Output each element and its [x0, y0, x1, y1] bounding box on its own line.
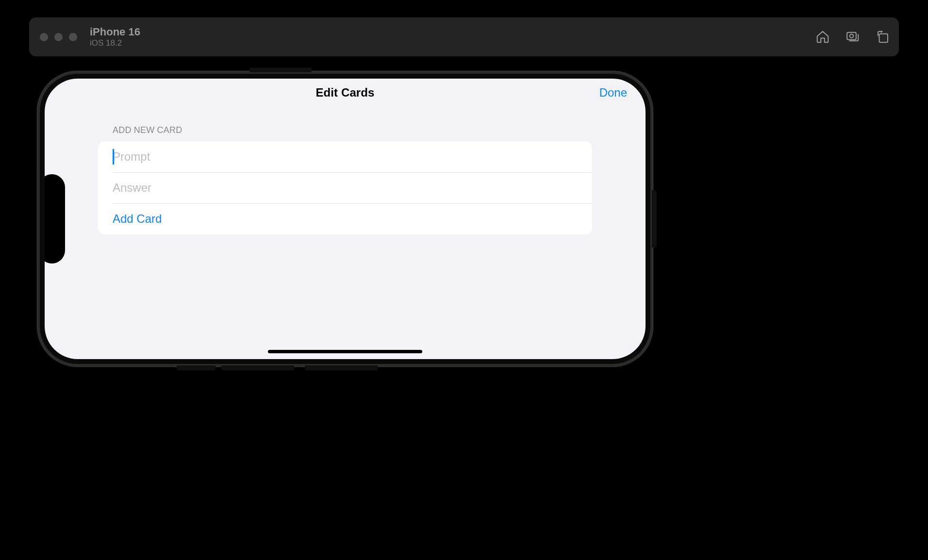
page-title: Edit Cards — [315, 86, 374, 99]
minimize-window-dot[interactable] — [54, 33, 63, 41]
device-bottom-button-2 — [221, 365, 294, 370]
form-content: ADD NEW CARD Add Card — [45, 125, 646, 234]
simulator-title-block: iPhone 16 iOS 18.2 — [90, 26, 140, 48]
device-inner-bezel: Edit Cards Done ADD NEW CARD Add Card — [40, 74, 650, 364]
zoom-window-dot[interactable] — [69, 33, 77, 41]
add-card-form-group: Add Card — [98, 141, 592, 234]
navigation-bar: Edit Cards Done — [45, 79, 646, 107]
add-card-button[interactable]: Add Card — [98, 203, 592, 234]
simulator-toolbar: iPhone 16 iOS 18.2 — [29, 17, 899, 56]
simulator-device-name: iPhone 16 — [90, 26, 140, 38]
answer-row[interactable] — [98, 172, 592, 203]
add-card-button-label: Add Card — [113, 212, 162, 226]
home-icon[interactable] — [815, 30, 830, 44]
rotate-icon[interactable] — [876, 30, 890, 44]
prompt-row[interactable] — [98, 141, 592, 172]
dynamic-island — [45, 174, 65, 264]
device-bottom-button-3 — [305, 365, 378, 370]
screenshot-icon[interactable] — [845, 30, 860, 44]
window-controls — [40, 33, 77, 41]
device-screen: Edit Cards Done ADD NEW CARD Add Card — [45, 79, 646, 359]
close-window-dot[interactable] — [40, 33, 48, 41]
simulator-os-version: iOS 18.2 — [90, 38, 140, 48]
text-cursor — [113, 149, 114, 165]
svg-rect-2 — [879, 34, 888, 43]
home-indicator[interactable] — [268, 350, 422, 353]
iphone-device-frame: Edit Cards Done ADD NEW CARD Add Card — [37, 71, 653, 367]
svg-rect-0 — [847, 33, 856, 40]
device-top-button — [249, 67, 312, 72]
section-header-add-new-card: ADD NEW CARD — [113, 125, 592, 135]
done-button[interactable]: Done — [599, 86, 627, 99]
svg-point-1 — [850, 34, 854, 38]
device-right-button — [652, 190, 657, 247]
answer-input[interactable] — [113, 181, 578, 195]
simulator-action-buttons — [815, 30, 890, 44]
device-bottom-button-1 — [177, 365, 215, 370]
prompt-input[interactable] — [113, 150, 578, 164]
